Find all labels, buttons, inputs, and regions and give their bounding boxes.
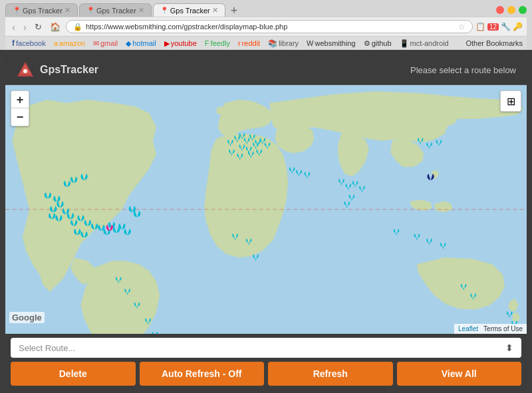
extension-icon-3[interactable]: 🔑 (513, 22, 523, 31)
route-select-placeholder: Select Route... (19, 343, 75, 353)
app-instruction: Please select a route below (410, 65, 516, 75)
bookmark-label: hotmail (132, 39, 156, 47)
tabs-row: 📍 Gps Tracker ✕ 📍 Gps Tracker ✕ 📍 Gps Tr… (5, 3, 527, 17)
app-logo-group: GpsTracker (16, 61, 98, 79)
address-input[interactable] (86, 23, 455, 31)
select-arrow-icon: ⬍ (505, 342, 513, 353)
other-bookmarks[interactable]: Other Bookmarks (466, 39, 523, 47)
bookmark-amazon[interactable]: a amazon (51, 39, 88, 48)
google-logo: Google (9, 312, 45, 323)
window-controls (496, 6, 527, 17)
app-title: GpsTracker (40, 64, 98, 76)
browser-action-icons: 📋 12 🔧 🔑 (475, 22, 523, 31)
bookmark-label: github (372, 39, 392, 47)
bookmark-github[interactable]: ⚙ github (361, 39, 394, 49)
tab-2[interactable]: 📍 Gps Tracker ✕ (79, 3, 152, 17)
bookmarks-bar: f facebook a amazon ✉ gmail ◆ hotmail ▶ … (5, 36, 527, 50)
bottom-controls: Select Route... ⬍ Delete Auto Refresh - … (5, 334, 527, 390)
tab-2-label: Gps Tracker (96, 7, 136, 15)
tab-1-label: Gps Tracker (23, 7, 63, 15)
library-icon: 📚 (268, 39, 277, 48)
lock-icon: 🔒 (73, 23, 82, 31)
bookmark-label: websmithing (315, 39, 355, 47)
bookmark-library[interactable]: 📚 library (265, 39, 301, 49)
extension-icon-2[interactable]: 🔧 (501, 22, 511, 31)
tab-1[interactable]: 📍 Gps Tracker ✕ (5, 3, 78, 17)
route-select-row[interactable]: Select Route... ⬍ (11, 338, 521, 358)
action-buttons-row: Delete Auto Refresh - Off Refresh View A… (11, 362, 521, 386)
tab-2-favicon: 📍 (86, 7, 94, 14)
amazon-icon: a (54, 39, 58, 47)
zoom-out-button[interactable]: − (11, 108, 29, 126)
reddit-icon: r (238, 39, 241, 47)
back-button[interactable]: ‹ (9, 21, 18, 33)
bookmark-mct-android[interactable]: 📱 mct-android (397, 39, 452, 49)
tab-1-favicon: 📍 (13, 7, 21, 14)
bookmark-label: feedly (211, 39, 230, 47)
app-logo-icon (16, 61, 35, 79)
tab-2-close[interactable]: ✕ (138, 6, 144, 15)
terms-attribution[interactable]: Terms of Use (483, 325, 523, 332)
gmail-icon: ✉ (93, 39, 99, 48)
map-container[interactable]: + − ⊞ Google Leaflet Terms of Use (5, 85, 527, 334)
home-button[interactable]: 🏠 (47, 22, 63, 32)
nav-bar: ‹ › ↻ 🏠 🔒 ☆ 📋 12 🔧 🔑 (5, 17, 527, 36)
bookmark-youtube[interactable]: ▶ youtube (162, 39, 200, 49)
auto-refresh-button[interactable]: Auto Refresh - Off (140, 362, 265, 386)
app-inner: GpsTracker Please select a route below (5, 55, 527, 390)
app-header: GpsTracker Please select a route below (5, 55, 527, 85)
zoom-in-button[interactable]: + (11, 91, 29, 108)
refresh-nav-button[interactable]: ↻ (32, 22, 45, 32)
bookmark-facebook[interactable]: f facebook (9, 38, 49, 49)
delete-button[interactable]: Delete (11, 362, 136, 386)
tab-3[interactable]: 📍 Gps Tracker ✕ (153, 3, 225, 17)
android-icon: 📱 (400, 39, 409, 48)
tab-3-favicon: 📍 (160, 7, 168, 14)
bookmark-gmail[interactable]: ✉ gmail (90, 39, 120, 49)
youtube-icon: ▶ (164, 39, 170, 48)
bookmark-hotmail[interactable]: ◆ hotmail (123, 39, 158, 49)
app-container: GpsTracker Please select a route below (0, 50, 532, 393)
refresh-button[interactable]: Refresh (268, 362, 393, 386)
tab-3-label: Gps Tracker (170, 7, 210, 15)
map-attribution: Leaflet Terms of Use (454, 324, 527, 334)
bookmark-feedly[interactable]: F feedly (202, 39, 233, 48)
websmithing-icon: W (307, 39, 313, 47)
bookmark-label: mct-android (410, 39, 449, 47)
bookmark-label: youtube (171, 39, 197, 47)
extension-icon-1[interactable]: 📋 (475, 22, 485, 31)
extension-count: 12 (487, 23, 499, 31)
svg-point-2 (23, 69, 27, 73)
bookmark-label: facebook (16, 39, 46, 47)
address-bar[interactable]: 🔒 ☆ (66, 20, 473, 33)
star-icon[interactable]: ☆ (458, 22, 466, 31)
bookmark-label: gmail (100, 39, 118, 47)
browser-chrome: 📍 Gps Tracker ✕ 📍 Gps Tracker ✕ 📍 Gps Tr… (0, 0, 532, 50)
forward-button[interactable]: › (21, 21, 29, 33)
facebook-icon: f (12, 39, 15, 48)
leaflet-attribution[interactable]: Leaflet (458, 325, 478, 332)
hotmail-icon: ◆ (126, 39, 131, 48)
tab-1-close[interactable]: ✕ (65, 6, 70, 15)
view-all-button[interactable]: View All (397, 362, 522, 386)
bookmark-reddit[interactable]: r reddit (235, 39, 263, 48)
new-tab-button[interactable]: + (227, 5, 242, 17)
zoom-controls: + − (11, 90, 29, 126)
world-map-svg (5, 85, 527, 334)
github-icon: ⚙ (364, 39, 370, 48)
bookmark-label: library (279, 39, 299, 47)
feedly-icon: F (205, 39, 209, 47)
layer-icon: ⊞ (507, 95, 515, 108)
tab-3-close[interactable]: ✕ (212, 6, 218, 15)
bookmark-label: amazon (59, 39, 85, 47)
layer-button[interactable]: ⊞ (500, 90, 521, 112)
bookmark-label: reddit (242, 39, 261, 47)
bookmark-websmithing[interactable]: W websmithing (304, 39, 358, 48)
